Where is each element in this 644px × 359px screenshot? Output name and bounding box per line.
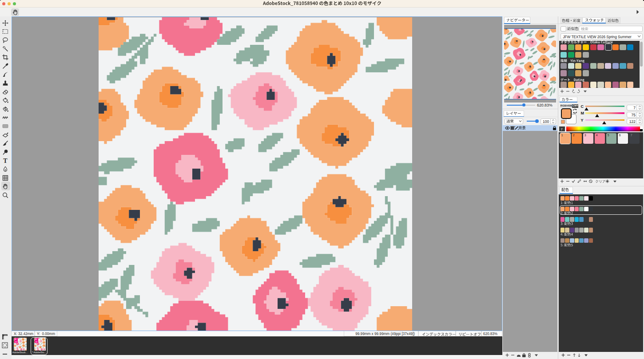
svg-text:T: T bbox=[3, 158, 8, 164]
